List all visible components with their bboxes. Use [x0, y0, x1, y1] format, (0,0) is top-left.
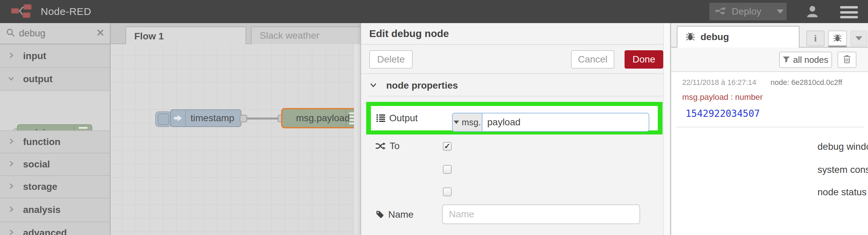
clear-messages-button[interactable] — [837, 52, 856, 68]
bug-icon — [686, 32, 695, 42]
tab-slack-weather[interactable]: Slack weather — [251, 26, 363, 45]
deploy-caret-icon[interactable] — [777, 10, 784, 14]
clear-search-icon[interactable] — [97, 29, 104, 37]
node-status-label: node status (32 characters) — [817, 183, 868, 202]
tray-button-row: Delete Cancel Done — [361, 45, 670, 74]
app-logo: Node-RED — [11, 5, 91, 18]
node-palette: input output debug function social stor — [0, 23, 111, 235]
deploy-button[interactable]: Deploy — [709, 3, 787, 20]
name-field-label: Name — [388, 209, 414, 220]
tab-label: Flow 1 — [134, 31, 164, 42]
chevron-right-icon — [8, 161, 14, 168]
filter-all-nodes-button[interactable]: all nodes — [779, 52, 832, 68]
node-properties-section-toggle[interactable]: node properties — [370, 80, 458, 91]
palette-search[interactable] — [0, 23, 110, 44]
right-sidebar: debug i all nodes — [671, 23, 868, 235]
chevron-right-icon — [8, 183, 14, 191]
output-value-input[interactable] — [482, 113, 649, 131]
sidebar-tab-bar: debug i — [671, 23, 868, 48]
output-type-select[interactable]: msg. — [453, 113, 482, 131]
palette-search-input[interactable] — [19, 28, 97, 39]
palette-category-output[interactable]: output — [0, 67, 110, 90]
tray-scrollbar[interactable] — [663, 23, 670, 235]
done-button[interactable]: Done — [625, 50, 663, 69]
debug-window-label: debug window — [817, 137, 868, 156]
main-menu-button[interactable] — [840, 5, 858, 19]
output-type-prefix: msg. — [462, 117, 481, 128]
name-input[interactable] — [442, 204, 640, 224]
output-port[interactable] — [240, 115, 247, 122]
sidebar-menu-button[interactable] — [850, 31, 867, 46]
chevron-down-icon — [454, 121, 459, 124]
output-field-label: Output — [389, 113, 418, 124]
palette-category-output-content: debug — [0, 90, 110, 130]
filter-label: all nodes — [793, 55, 828, 65]
output-form-row: Output msg. — [371, 106, 658, 130]
inject-trigger-button[interactable] — [158, 113, 169, 125]
tab-label: Slack weather — [260, 30, 319, 41]
user-icon — [806, 5, 819, 19]
debug-message-property: msg.payload : number — [682, 92, 864, 102]
node-red-logo-icon — [11, 4, 33, 19]
workspace-tab-bar: Flow 1 Slack weather — [111, 23, 360, 44]
category-label: social — [23, 159, 50, 170]
node-timestamp[interactable]: timestamp — [170, 109, 241, 127]
palette-category-analysis[interactable]: analysis — [0, 198, 110, 221]
palette-category-function[interactable]: function — [0, 130, 110, 153]
user-menu-button[interactable] — [802, 4, 823, 20]
canvas-scrollbar[interactable] — [354, 44, 360, 235]
category-label: function — [23, 137, 60, 147]
sidebar-tab-label: debug — [701, 32, 729, 42]
inject-arrow-icon — [171, 110, 186, 126]
node-status-checkbox[interactable] — [443, 187, 452, 196]
category-label: output — [23, 74, 53, 85]
tray-title-bar: Edit debug node — [361, 23, 670, 45]
trash-icon — [843, 55, 851, 65]
category-label: input — [23, 51, 46, 61]
tab-flow-1[interactable]: Flow 1 — [125, 26, 246, 46]
category-label: advanced — [23, 228, 67, 235]
debug-message-timestamp: 22/11/2018 à 16:27:14 — [682, 78, 756, 87]
output-typed-input: msg. — [452, 113, 649, 132]
category-label: storage — [23, 181, 57, 192]
info-tab-button[interactable]: i — [806, 31, 825, 46]
output-row-highlight: Output msg. — [366, 102, 663, 134]
chevron-right-icon — [8, 52, 14, 60]
debug-message-value: 1542922034507 — [682, 108, 864, 119]
palette-category-advanced[interactable]: advanced — [0, 221, 110, 235]
bug-icon — [833, 33, 842, 43]
header-bar: Node-RED Deploy — [0, 0, 868, 23]
section-label: node properties — [386, 80, 458, 91]
flow-canvas[interactable] — [111, 44, 360, 235]
debug-tab-button[interactable] — [828, 31, 847, 48]
to-field-label: To — [390, 141, 400, 151]
deploy-label: Deploy — [732, 6, 761, 17]
cancel-button[interactable]: Cancel — [571, 50, 614, 69]
chevron-down-icon — [8, 75, 14, 83]
debug-message-node-id: node: 6e2810cd.0c2ff — [771, 78, 842, 87]
search-icon — [6, 28, 15, 38]
system-console-checkbox[interactable] — [443, 165, 452, 174]
section-divider — [369, 96, 662, 96]
node-label: timestamp — [191, 113, 234, 124]
delete-button[interactable]: Delete — [369, 50, 413, 69]
palette-category-input[interactable]: input — [0, 44, 110, 67]
shuffle-icon — [375, 142, 386, 150]
list-icon — [376, 114, 385, 122]
debug-toolbar: all nodes — [671, 48, 868, 72]
debug-message[interactable]: 22/11/2018 à 16:27:14 node: 6e2810cd.0c2… — [675, 73, 864, 127]
hamburger-icon — [840, 6, 858, 8]
palette-category-storage[interactable]: storage — [0, 175, 110, 198]
node-msg-payload-selected[interactable]: msg.payload — [281, 108, 362, 128]
wire[interactable] — [246, 118, 279, 120]
system-console-label: system console — [817, 160, 868, 179]
tag-icon — [375, 210, 384, 219]
debug-window-checkbox[interactable] — [443, 142, 452, 151]
node-label: msg.payload — [296, 113, 350, 124]
to-form-row: To — [371, 137, 662, 156]
tab-debug[interactable]: debug — [677, 26, 800, 48]
palette-category-social[interactable]: social — [0, 153, 110, 175]
debug-message-meta: 22/11/2018 à 16:27:14 node: 6e2810cd.0c2… — [682, 78, 864, 87]
tray-title: Edit debug node — [369, 28, 449, 39]
chevron-down-icon — [370, 82, 377, 90]
